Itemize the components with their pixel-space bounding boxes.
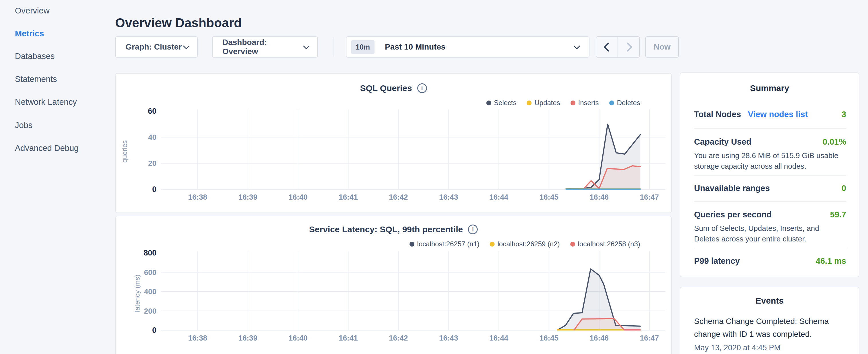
x-tick-label: 16:47 <box>631 193 668 202</box>
x-tick-label: 16:44 <box>480 334 518 343</box>
y-tick-label: 20 <box>132 159 156 168</box>
legend-dot-icon <box>570 100 576 105</box>
legend-dot-icon <box>490 242 495 247</box>
summary-panel: Summary Total Nodes View nodes list 3 Ca… <box>680 72 859 277</box>
divider <box>694 128 846 129</box>
chart-legend: localhost:26257 (n1)localhost:26259 (n2)… <box>409 240 640 248</box>
chart-canvas <box>161 253 665 330</box>
dashboard-dropdown-label: Dashboard: Overview <box>222 38 304 56</box>
y-tick-label: 800 <box>132 248 156 257</box>
sql-queries-chart-card: SQL Queries i SelectsUpdatesInsertsDelet… <box>115 73 672 213</box>
legend-dot-icon <box>527 100 532 105</box>
time-range-dropdown[interactable]: 10m Past 10 Minutes <box>346 36 589 58</box>
event-timestamp: May 13, 2020 at 4:45 PM <box>694 344 846 352</box>
x-tick-label: 16:46 <box>581 193 618 202</box>
summary-row-value: 0.01% <box>823 137 846 147</box>
summary-row-p99-latency: P99 latency 46.1 ms <box>694 256 846 266</box>
graph-dropdown-label: Graph: Cluster <box>125 42 182 52</box>
toolbar-divider <box>334 37 334 57</box>
chevron-right-icon <box>623 42 632 52</box>
summary-row-subtext: You are using 28.6 MiB of 515.9 GiB usab… <box>694 150 846 171</box>
summary-row-queries-per-second: Queries per second 59.7 <box>694 210 846 219</box>
legend-label: localhost:26259 (n2) <box>497 240 560 248</box>
legend-item: localhost:26259 (n2) <box>490 240 560 248</box>
graph-dropdown[interactable]: Graph: Cluster <box>115 36 198 58</box>
summary-row-total-nodes: Total Nodes View nodes list 3 <box>694 110 846 119</box>
x-tick-label: 16:39 <box>229 334 267 343</box>
y-tick-label: 60 <box>132 106 156 116</box>
info-icon[interactable]: i <box>468 225 478 234</box>
legend-dot-icon <box>609 100 614 105</box>
legend-item: Updates <box>527 99 560 107</box>
dashboard-dropdown[interactable]: Dashboard: Overview <box>212 36 318 58</box>
events-panel: Events Schema Change Completed: Schema c… <box>680 287 859 354</box>
sidebar-item-advanced-debug[interactable]: Advanced Debug <box>15 142 79 154</box>
metrics-page: { "sidebar": { "items": [ {"label": "Ove… <box>0 0 868 354</box>
chart-legend: SelectsUpdatesInsertsDeletes <box>486 99 641 107</box>
y-axis-unit-label: queries <box>121 140 129 163</box>
sidebar-item-jobs[interactable]: Jobs <box>15 120 32 131</box>
x-tick-label: 16:40 <box>279 334 317 343</box>
x-tick-label: 16:47 <box>631 334 668 343</box>
chevron-down-icon <box>574 43 580 49</box>
chart-title: Service Latency: SQL, 99th percentile <box>309 225 463 234</box>
sidebar-item-statements[interactable]: Statements <box>15 73 57 85</box>
sidebar-item-network-latency[interactable]: Network Latency <box>15 96 77 108</box>
legend-label: localhost:26257 (n1) <box>417 240 479 248</box>
chevron-left-icon <box>603 42 613 52</box>
y-tick-label: 0 <box>132 326 156 335</box>
legend-label: Inserts <box>578 99 599 107</box>
x-tick-label: 16:46 <box>581 334 618 343</box>
x-tick-label: 16:38 <box>179 193 216 202</box>
summary-row-label: Unavailable ranges <box>694 184 770 193</box>
y-tick-label: 0 <box>132 185 156 194</box>
time-forward-button[interactable] <box>618 37 639 57</box>
x-tick-label: 16:44 <box>480 193 518 202</box>
legend-dot-icon <box>570 242 575 247</box>
service-latency-plot: 16:3816:3916:4016:4116:4216:4316:4416:45… <box>161 253 665 330</box>
divider <box>694 175 846 175</box>
x-tick-label: 16:43 <box>430 334 467 343</box>
legend-label: localhost:26258 (n3) <box>578 240 640 248</box>
summary-title: Summary <box>680 83 859 93</box>
event-message[interactable]: Schema Change Completed: Schema change w… <box>694 315 846 341</box>
legend-item: Selects <box>486 99 517 107</box>
x-tick-label: 16:42 <box>380 193 417 202</box>
summary-row-unavailable-ranges: Unavailable ranges 0 <box>694 184 846 193</box>
x-tick-label: 16:39 <box>229 193 267 202</box>
series-fill <box>584 166 641 189</box>
now-button[interactable]: Now <box>645 36 679 58</box>
legend-item: localhost:26258 (n3) <box>570 240 640 248</box>
time-range-badge: 10m <box>351 40 375 54</box>
time-back-button[interactable] <box>596 37 618 57</box>
x-tick-label: 16:43 <box>430 193 467 202</box>
sidebar-item-overview[interactable]: Overview <box>15 5 50 16</box>
divider <box>694 248 846 248</box>
events-title: Events <box>680 296 859 305</box>
sidebar-item-databases[interactable]: Databases <box>15 51 55 62</box>
chart-title: SQL Queries <box>360 83 412 93</box>
legend-item: Deletes <box>609 99 640 107</box>
page-title: Overview Dashboard <box>115 16 242 30</box>
legend-item: Inserts <box>570 99 599 107</box>
legend-dot-icon <box>409 242 414 247</box>
x-tick-label: 16:38 <box>179 334 216 343</box>
summary-row-subtext: Sum of Selects, Updates, Inserts, and De… <box>694 223 846 244</box>
time-pager <box>596 36 640 58</box>
x-tick-label: 16:45 <box>530 193 568 202</box>
chevron-down-icon <box>303 43 310 49</box>
chart-canvas <box>161 111 665 189</box>
legend-label: Selects <box>494 99 517 107</box>
summary-row-label: P99 latency <box>694 256 740 266</box>
summary-row-value: 59.7 <box>830 210 846 219</box>
info-icon[interactable]: i <box>417 83 427 93</box>
legend-label: Deletes <box>617 99 640 107</box>
sidebar: Overview Metrics Databases Statements Ne… <box>0 0 115 354</box>
x-tick-label: 16:42 <box>380 334 417 343</box>
y-axis-unit-label: latency (ms) <box>133 275 141 312</box>
summary-row-label: Total Nodes <box>694 110 741 119</box>
sidebar-item-metrics[interactable]: Metrics <box>15 28 44 39</box>
x-tick-label: 16:40 <box>279 193 317 202</box>
view-nodes-list-link[interactable]: View nodes list <box>748 110 808 119</box>
chevron-down-icon <box>183 43 190 49</box>
